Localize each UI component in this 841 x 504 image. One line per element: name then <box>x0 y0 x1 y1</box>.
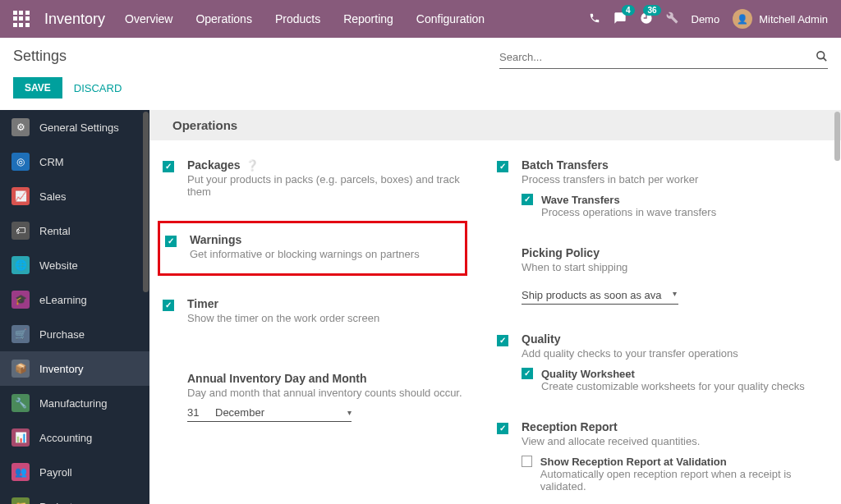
setting-quality: Quality Add quality checks to your trans… <box>497 328 818 407</box>
search-icon[interactable] <box>816 50 828 65</box>
sidebar-item-label: Website <box>39 259 78 272</box>
sidebar-item-label: eLearning <box>39 294 87 306</box>
batch-checkbox[interactable] <box>497 161 508 172</box>
sidebar-item-accounting[interactable]: 📊Accounting <box>0 420 149 455</box>
sidebar-item-label: Inventory <box>39 363 83 375</box>
sidebar-item-manufacturing[interactable]: 🔧Manufacturing <box>0 386 149 420</box>
sidebar-item-label: Purchase <box>39 328 85 341</box>
sub-setting-desc: Process operations in wave transfers <box>541 206 716 218</box>
annual-day-month-select[interactable]: 31 December ▾ <box>187 404 352 422</box>
timer-checkbox[interactable] <box>163 300 174 311</box>
user-name: Mitchell Admin <box>759 13 828 25</box>
sidebar-item-purchase[interactable]: 🛒Purchase <box>0 317 149 351</box>
reception-checkbox[interactable] <box>497 423 508 434</box>
page-title: Settings <box>13 48 67 65</box>
menu-operations[interactable]: Operations <box>195 12 251 25</box>
activities-icon[interactable]: 36 <box>640 11 653 27</box>
sub-setting-title: Quality Worksheet <box>541 368 805 380</box>
setting-desc: View and allocate received quantities. <box>522 435 811 447</box>
wrench-icon: 🔧 <box>11 394 30 412</box>
phone-icon[interactable] <box>589 12 600 26</box>
svg-point-0 <box>817 51 825 58</box>
sidebar-item-label: Manufacturing <box>39 397 107 410</box>
sidebar-item-project[interactable]: 📁Project <box>0 489 149 504</box>
activities-badge: 36 <box>643 5 660 16</box>
annual-day: 31 <box>187 406 207 419</box>
sidebar-item-label: Project <box>39 501 72 505</box>
menu-products[interactable]: Products <box>275 12 320 25</box>
setting-title: Warnings <box>190 233 241 246</box>
sub-setting-title: Show Reception Report at Validation <box>540 456 811 468</box>
section-header-operations: Operations <box>149 110 841 140</box>
bars-icon: 📊 <box>11 428 30 447</box>
sidebar-item-label: Payroll <box>39 466 72 479</box>
setting-desc: Get informative or blocking warnings on … <box>190 248 452 260</box>
top-navbar: Inventory Overview Operations Products R… <box>0 0 841 38</box>
warnings-checkbox[interactable] <box>165 236 177 247</box>
chart-icon: 📈 <box>11 187 30 205</box>
discard-button[interactable]: DISCARD <box>74 82 122 94</box>
select-value: Ship products as soon as ava <box>522 289 662 301</box>
sidebar-item-elearning[interactable]: 🎓eLearning <box>0 282 149 317</box>
debug-icon[interactable] <box>666 11 678 26</box>
setting-title: Picking Policy <box>522 246 600 259</box>
menu-configuration[interactable]: Configuration <box>416 12 485 25</box>
sidebar-item-payroll[interactable]: 👥Payroll <box>0 455 149 489</box>
setting-reception-report: Reception Report View and allocate recei… <box>497 415 818 504</box>
user-menu[interactable]: 👤 Mitchell Admin <box>733 9 828 29</box>
content-scrollbar[interactable] <box>834 112 840 161</box>
company-switcher[interactable]: Demo <box>692 13 720 25</box>
sidebar-item-label: Rental <box>39 225 71 237</box>
tag-icon: 🏷 <box>11 222 30 240</box>
search-input[interactable] <box>499 48 816 66</box>
sub-setting-desc: Create customizable worksheets for your … <box>541 380 805 392</box>
svg-line-1 <box>823 57 826 61</box>
globe-icon: 🌐 <box>11 256 30 274</box>
picking-policy-select[interactable]: Ship products as soon as ava <box>522 286 678 305</box>
sidebar-item-inventory[interactable]: 📦Inventory <box>0 351 149 386</box>
apps-menu-icon[interactable] <box>13 11 30 27</box>
setting-packages: Packages ❔ Put your products in packs (e… <box>163 153 484 213</box>
sub-setting-title: Wave Transfers <box>541 194 716 206</box>
wave-checkbox[interactable] <box>522 194 533 205</box>
menu-overview[interactable]: Overview <box>125 12 172 25</box>
setting-desc: Show the timer on the work order screen <box>187 312 477 324</box>
sidebar-item-crm[interactable]: ◎CRM <box>0 144 149 179</box>
navbar-right: 4 36 Demo 👤 Mitchell Admin <box>589 9 829 29</box>
packages-checkbox[interactable] <box>163 161 174 172</box>
sidebar-item-sales[interactable]: 📈Sales <box>0 179 149 213</box>
setting-annual-inventory: Annual Inventory Day and Month Day and m… <box>163 367 484 437</box>
app-brand[interactable]: Inventory <box>44 11 105 28</box>
setting-desc: Process transfers in batch per worker <box>522 173 811 186</box>
sidebar-item-rental[interactable]: 🏷Rental <box>0 213 149 248</box>
control-panel: Settings <box>0 38 841 69</box>
avatar: 👤 <box>733 9 752 29</box>
setting-title: Packages <box>187 158 241 172</box>
quality-checkbox[interactable] <box>497 335 508 346</box>
setting-batch-transfers: Batch Transfers Process transfers in bat… <box>497 153 818 233</box>
sub-setting-desc: Automatically open reception report when… <box>540 468 811 493</box>
setting-desc: Day and month that annual inventory coun… <box>187 387 477 399</box>
sidebar-item-label: General Settings <box>39 121 119 134</box>
sidebar-item-label: Accounting <box>39 432 92 444</box>
setting-picking-policy: Picking Policy When to start shipping Sh… <box>497 241 818 319</box>
setting-timer: Timer Show the timer on the work order s… <box>163 292 484 339</box>
save-button[interactable]: SAVE <box>13 77 62 99</box>
menu-reporting[interactable]: Reporting <box>343 12 393 25</box>
messages-icon[interactable]: 4 <box>614 11 627 27</box>
sidebar-item-general-settings[interactable]: ⚙General Settings <box>0 110 149 144</box>
settings-sidebar: ⚙General Settings ◎CRM 📈Sales 🏷Rental 🌐W… <box>0 110 149 504</box>
action-buttons: SAVE DISCARD <box>0 69 841 110</box>
show-reception-validation-checkbox[interactable] <box>522 456 532 467</box>
setting-title: Timer <box>187 297 218 310</box>
sidebar-scrollbar[interactable] <box>143 112 149 292</box>
main-menu: Overview Operations Products Reporting C… <box>125 12 588 25</box>
gear-icon: ⚙ <box>11 118 30 136</box>
search-wrap <box>499 48 828 69</box>
chevron-down-icon: ▾ <box>347 408 352 417</box>
sidebar-item-website[interactable]: 🌐Website <box>0 248 149 282</box>
help-icon[interactable]: ❔ <box>246 159 259 172</box>
setting-title: Batch Transfers <box>522 158 609 172</box>
quality-worksheet-checkbox[interactable] <box>522 368 533 379</box>
settings-content: Operations Packages ❔ Put your products … <box>149 110 841 504</box>
